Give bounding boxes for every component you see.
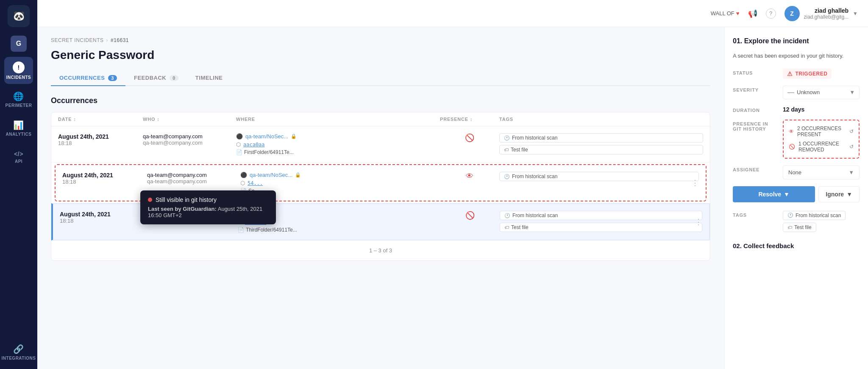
breadcrumb-current: #16631 [111, 37, 129, 43]
commit-icon: ⬡ [240, 180, 245, 186]
tags-label: TAGS [733, 211, 779, 218]
sidebar-item-incidents[interactable]: ! INCIDENTS [4, 57, 33, 84]
info-row-duration: DURATION 12 days [733, 106, 860, 113]
row3-presence: 🚫 [440, 211, 500, 220]
history-icon: 🕐 [504, 135, 510, 141]
row3-tags: 🕐 From historical scan 🏷 Test file [500, 211, 702, 232]
tooltip-title: Still visible in git history [156, 196, 217, 203]
row1-tags: 🕐 From historical scan 🏷 Test file [499, 133, 703, 154]
slash-eye-icon: 🚫 [789, 144, 795, 150]
presence-visible-icon[interactable]: 👁 [466, 172, 473, 181]
api-icon: </> [14, 151, 23, 157]
tooltip-dot [148, 198, 152, 202]
tab-occurrences-label: OCCURRENCES [59, 75, 105, 81]
tooltip-body-prefix: Last seen by GitGuardian: [148, 206, 217, 212]
info-row-assignee: ASSIGNEE None ▼ [733, 165, 860, 179]
repo-link[interactable]: qa-team/NoSec... [250, 172, 292, 178]
ignore-button[interactable]: Ignore ▼ [818, 186, 860, 202]
megaphone-icon[interactable]: 📢 [748, 9, 757, 18]
presence-occurrences-item: 👁 2 OCCURRENCES PRESENT ↺ [789, 126, 854, 137]
tag-icon: 🏷 [787, 225, 792, 230]
tag-historical: 🕐 From historical scan [500, 211, 702, 220]
col-who[interactable]: WHO ↕ [143, 117, 236, 122]
user-info: ziad ghalleb ziad.ghalleb@gitg... [804, 7, 849, 20]
incidents-icon: ! [13, 62, 25, 73]
row3-date: August 24th, 2021 18:18 [60, 211, 145, 224]
user-name: ziad ghalleb [804, 7, 849, 14]
github-icon: ⚫ [236, 133, 243, 140]
sidebar-item-label: PERIMETER [6, 103, 32, 108]
info-row-severity: SEVERITY — Unknown ▼ [733, 86, 860, 99]
app-logo: 🐼 [8, 5, 30, 27]
help-icon[interactable]: ? [766, 8, 776, 19]
breadcrumb-separator: › [106, 37, 108, 43]
info-row-status: STATUS ⚠ TRIGGERED [733, 69, 860, 79]
tooltip-body: Last seen by GitGuardian: August 25th, 2… [148, 206, 268, 218]
tab-occurrences[interactable]: OCCURRENCES 3 [51, 70, 125, 86]
tag-historical: 🕐 From historical scan [499, 172, 699, 181]
sidebar-item-analytics[interactable]: 📊 ANALYTICS [4, 115, 33, 142]
tab-feedback[interactable]: FEEDBACK 0 [125, 70, 187, 86]
duration-value: 12 days [783, 106, 860, 113]
assignee-label: ASSIGNEE [733, 165, 779, 172]
tag-icon: 🏷 [504, 225, 509, 230]
table-row: August 24th, 2021 18:18 qa-team@company.… [51, 126, 710, 162]
tab-feedback-badge: 0 [170, 75, 178, 81]
col-presence[interactable]: PRESENCE ↕ [440, 117, 499, 122]
refresh-icon: ↺ [849, 144, 854, 150]
severity-dash: — [787, 89, 794, 96]
integrations-icon: 🔗 [13, 344, 24, 354]
breadcrumb: SECRET INCIDENTS › #16631 [51, 37, 710, 43]
info-row-tags: TAGS 🕐 From historical scan 🏷 Test file [733, 211, 860, 232]
severity-select[interactable]: — Unknown ▼ [783, 86, 860, 99]
resolve-button[interactable]: Resolve ▼ [733, 186, 815, 202]
occurrences-title: Occurrences [51, 96, 710, 105]
presence-removed-item: 🚫 1 OCCURRENCE REMOVED ↺ [789, 141, 854, 153]
chevron-down-icon: ▼ [853, 11, 858, 17]
panel-description: A secret has been exposed in your git hi… [733, 52, 860, 60]
logo-icon: 🐼 [13, 11, 25, 22]
row-menu-button[interactable]: ⋮ [695, 217, 702, 226]
right-panel: 01. Explore the incident A secret has be… [724, 27, 868, 369]
repo-link[interactable]: qa-team/NoSec... [245, 133, 288, 140]
wall-of-label: WALL OF ♥ [711, 10, 740, 17]
breadcrumb-parent[interactable]: SECRET INCIDENTS [51, 37, 103, 43]
assignee-select[interactable]: None ▼ [783, 165, 860, 179]
tooltip-popup: Still visible in git history Last seen b… [140, 190, 276, 224]
presence-box: 👁 2 OCCURRENCES PRESENT ↺ 🚫 1 OCCURRENCE… [783, 120, 860, 159]
panel-section1-title: 01. Explore the incident [733, 37, 860, 45]
sort-icon: ↕ [470, 117, 473, 122]
sidebar-item-perimeter[interactable]: 🌐 PERIMETER [4, 86, 33, 113]
severity-value: Unknown [797, 89, 820, 95]
tag-historical: 🕐 From historical scan [499, 133, 703, 143]
user-menu[interactable]: Z ziad ghalleb ziad.ghalleb@gitg... ▼ [785, 6, 858, 21]
perimeter-icon: 🌐 [13, 91, 24, 101]
analytics-icon: 📊 [13, 120, 24, 130]
commit-icon: ⬡ [236, 141, 241, 148]
tag-testfile: 🏷 Test file [500, 223, 702, 232]
panel-tag-historical: 🕐 From historical scan [783, 211, 846, 220]
sidebar-item-integrations[interactable]: 🔗 INTEGRATIONS [4, 338, 33, 366]
row2-presence: 👁 [440, 172, 499, 181]
row2-who: qa-team@company.com qa-team@company.com [147, 172, 240, 184]
sidebar-item-label: INCIDENTS [6, 75, 31, 80]
sidebar-workspace[interactable]: G [11, 36, 27, 52]
tag-testfile: 🏷 Test file [499, 145, 703, 154]
col-tags: TAGS [499, 117, 703, 122]
sidebar-item-api[interactable]: </> API [4, 143, 33, 171]
row-menu-button[interactable]: ⋮ [691, 178, 699, 187]
presence-hidden-icon: 🚫 [465, 211, 475, 220]
wall-of-text: WALL OF [711, 10, 734, 17]
pagination: 1 – 3 of 3 [51, 240, 710, 260]
commit-hash[interactable]: 54... [248, 180, 263, 186]
tab-occurrences-badge: 3 [108, 75, 117, 81]
commit-hash[interactable]: aaca0aa [243, 142, 265, 148]
status-label: STATUS [733, 69, 779, 75]
sidebar-item-label: API [15, 159, 22, 164]
tab-timeline[interactable]: TIMELINE [187, 70, 231, 86]
panel-tag-testfile: 🏷 Test file [783, 223, 816, 232]
sidebar-item-label: INTEGRATIONS [2, 356, 36, 361]
occurrences-removed-count: 1 OCCURRENCE REMOVED [798, 141, 846, 153]
col-date[interactable]: DATE ↕ [58, 117, 143, 122]
content-area: SECRET INCIDENTS › #16631 Generic Passwo… [37, 27, 868, 369]
